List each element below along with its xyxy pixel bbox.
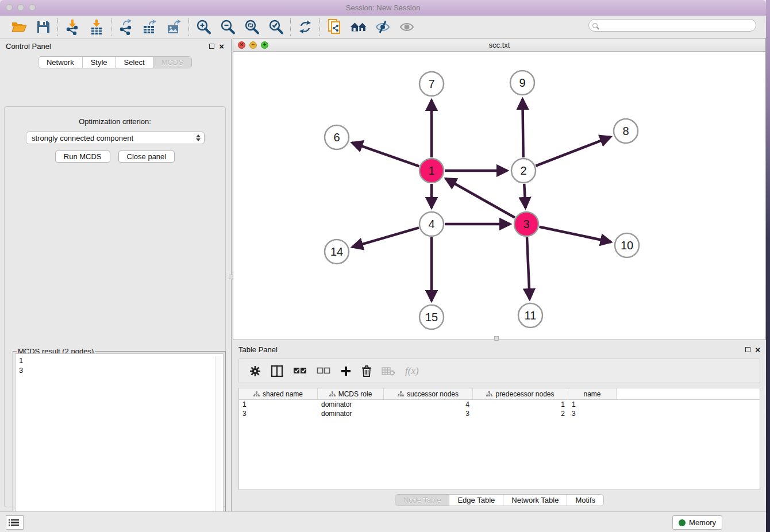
network-window-title: scc.txt	[233, 41, 765, 49]
export-image-icon[interactable]	[165, 18, 183, 36]
table-row[interactable]: 1dominator411	[239, 400, 760, 409]
graph-node-label: 10	[621, 239, 633, 252]
close-table-panel-icon[interactable]: ×	[755, 347, 760, 352]
graph-edge-3-11[interactable]	[527, 237, 530, 299]
table-toolbar: f(x)	[238, 358, 760, 383]
column-header-MCDS-role[interactable]: MCDS role	[318, 388, 384, 399]
chevron-updown-icon	[195, 132, 204, 144]
show-network-icon[interactable]	[398, 18, 415, 36]
hierarchy-icon	[253, 391, 260, 397]
table-panel-title: Table Panel	[238, 345, 278, 354]
table-cell: dominator	[318, 400, 384, 409]
canvas-grip[interactable]	[494, 336, 499, 341]
window-title: Session: New Session	[0, 3, 766, 12]
column-visibility-icon[interactable]	[271, 365, 283, 377]
table-panel: Table Panel ×	[233, 342, 766, 511]
zoom-out-icon[interactable]	[219, 18, 236, 36]
export-network-icon[interactable]	[117, 18, 134, 36]
function-builder-icon[interactable]: f(x)	[405, 365, 419, 377]
graph-edge-2-8[interactable]	[536, 137, 610, 166]
graph-node-label: 4	[428, 218, 434, 230]
float-panel-icon[interactable]	[209, 44, 214, 49]
tab-node-table[interactable]: Node Table	[395, 495, 449, 506]
graph-edge-2-3[interactable]	[524, 184, 525, 208]
result-scrollbar[interactable]	[215, 356, 221, 532]
graph-edge-3-1[interactable]	[445, 179, 515, 218]
mcds-result-text[interactable]: 1 3	[15, 353, 224, 532]
graph-node-label: 15	[425, 311, 438, 323]
graph-node-label: 1	[428, 164, 434, 177]
table-cell: dominator	[318, 409, 384, 418]
tab-network-table[interactable]: Network Table	[503, 495, 567, 506]
tab-motifs[interactable]: Motifs	[567, 495, 603, 506]
graph-edge-3-10[interactable]	[540, 227, 611, 242]
task-history-button[interactable]	[6, 515, 24, 530]
search-icon	[592, 23, 598, 28]
table-cell: 3	[384, 409, 473, 418]
table-cell: 2	[473, 409, 568, 418]
result-line: 3	[19, 365, 220, 375]
memory-button[interactable]: Memory	[672, 515, 722, 530]
import-network-icon[interactable]	[64, 18, 81, 36]
graph-edge-2-9[interactable]	[522, 99, 523, 157]
tab-network[interactable]: Network	[38, 57, 82, 68]
network-canvas[interactable]: 7968124314101511	[233, 52, 765, 340]
optimization-criterion-select[interactable]: strongly connected component	[26, 132, 205, 144]
table-cell: 1	[239, 400, 318, 409]
float-table-panel-icon[interactable]	[745, 347, 750, 352]
graph-edge-4-14[interactable]	[352, 228, 419, 247]
network-window-titlebar[interactable]: × − + scc.txt	[233, 38, 765, 52]
mcds-result-group: MCDS result (2 nodes) 1 3	[13, 351, 226, 532]
run-mcds-button[interactable]: Run MCDS	[55, 151, 110, 163]
tab-edge-table[interactable]: Edge Table	[449, 495, 503, 506]
zoom-fit-icon[interactable]	[243, 18, 260, 36]
close-panel-icon[interactable]: ×	[219, 44, 224, 49]
hierarchy-icon	[398, 391, 404, 397]
zoom-selected-icon[interactable]	[267, 18, 284, 36]
network-graph: 7968124314101511	[233, 52, 765, 340]
close-panel-button[interactable]: Close panel	[118, 151, 175, 163]
delete-column-icon[interactable]	[361, 365, 372, 377]
column-header-label: MCDS role	[338, 390, 372, 398]
save-session-icon[interactable]	[34, 18, 52, 36]
column-header-predecessor-nodes[interactable]: predecessor nodes	[473, 388, 568, 399]
node-table[interactable]: shared nameMCDS rolesuccessor nodesprede…	[238, 388, 760, 490]
search-field[interactable]	[588, 19, 756, 32]
tab-style[interactable]: Style	[82, 57, 116, 68]
table-cell: 3	[568, 409, 617, 418]
home-icon[interactable]	[350, 18, 367, 36]
column-header-successor-nodes[interactable]: successor nodes	[384, 388, 473, 399]
add-column-icon[interactable]	[340, 365, 352, 377]
hierarchy-icon	[329, 391, 336, 397]
deselect-all-icon[interactable]	[317, 367, 330, 375]
clone-network-icon[interactable]	[326, 18, 343, 36]
import-table-icon[interactable]	[88, 18, 105, 36]
settings-gear-icon[interactable]	[249, 365, 261, 377]
memory-status-icon	[679, 519, 686, 526]
search-input[interactable]	[600, 21, 747, 29]
delete-table-icon[interactable]	[382, 366, 395, 376]
select-all-icon[interactable]	[293, 367, 307, 375]
export-table-icon[interactable]	[141, 18, 159, 36]
open-file-icon[interactable]	[10, 18, 28, 36]
tab-mcds[interactable]: MCDS	[153, 57, 191, 68]
control-panel-tabs: Network Style Select MCDS	[38, 56, 192, 68]
hide-network-icon[interactable]	[374, 18, 391, 36]
column-header-label: name	[583, 390, 600, 398]
column-header-name[interactable]: name	[568, 388, 617, 399]
column-header-shared-name[interactable]: shared name	[239, 388, 318, 399]
zoom-in-icon[interactable]	[195, 18, 212, 36]
graph-edge-1-6[interactable]	[352, 142, 419, 166]
memory-label: Memory	[689, 518, 716, 527]
refresh-icon[interactable]	[297, 18, 314, 36]
desktop-background	[766, 0, 770, 532]
table-row[interactable]: 3dominator323	[239, 409, 760, 418]
optimization-criterion-label: Optimization criterion:	[5, 117, 225, 126]
tab-select[interactable]: Select	[116, 57, 153, 68]
graph-node-label: 2	[520, 164, 526, 177]
list-icon	[11, 519, 19, 526]
control-panel-title: Control Panel	[6, 42, 51, 51]
mcds-tab-pane: Optimization criterion: strongly connect…	[4, 106, 226, 507]
table-cell: 4	[384, 400, 473, 409]
graph-node-label: 6	[333, 131, 340, 144]
